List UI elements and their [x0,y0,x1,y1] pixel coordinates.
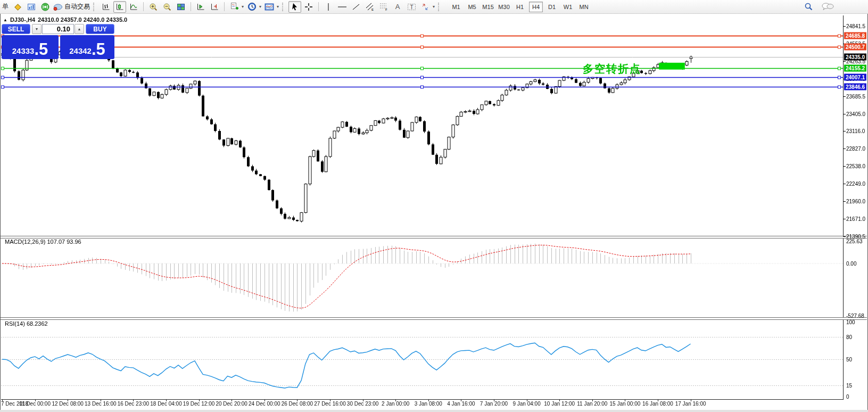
price-axis-tick [843,96,846,97]
periods-caret-icon[interactable]: ▾ [259,4,261,9]
time-axis-label: 7 Jan 20:00 [480,401,508,407]
add-indicator-icon[interactable] [228,1,241,13]
cursor-tool-icon[interactable] [288,1,301,13]
time-axis-label: 19 Dec 12:00 [183,401,215,407]
timeframe-m15[interactable]: M15 [481,2,495,12]
periods-icon[interactable] [245,1,258,13]
price-axis-label: 24841.5 [846,23,865,29]
timeframe-m1[interactable]: M1 [449,2,463,12]
symbol-arrow-icon: ▲ [3,18,7,22]
zoom-out-icon[interactable] [161,1,173,13]
search-icon[interactable] [802,1,815,12]
pane-splitter-macd[interactable] [1,236,867,238]
price-axis-border [843,15,844,400]
add-indicator-caret-icon[interactable]: ▾ [242,4,244,9]
macd-label: MACD(12,26,9) 107.07 93.96 [5,238,81,245]
navigator-icon[interactable] [25,1,38,13]
rsi-axis-label: 80 [846,334,852,340]
time-axis-label: 16 Jan 08:00 [642,401,673,407]
top-toolbar: 单 自动交易 ▾ ▾ ▾ [0,0,868,14]
chart-shift-icon[interactable] [208,1,221,13]
buy-price-int: 24342 [69,46,92,59]
line-chart-mode-icon[interactable] [127,1,140,13]
arrows-tool-icon[interactable] [419,1,432,13]
price-axis-tick [843,131,846,131]
toolbar-grip[interactable] [93,3,97,11]
price-axis-tick [843,26,846,27]
time-axis-label: 10 Jan 12:00 [544,401,575,407]
time-axis-label: 24 Dec 00:00 [249,401,280,407]
time-axis-border [1,399,843,400]
autotrading-button[interactable]: 自动交易 [53,1,90,13]
candlestick-mode-icon[interactable] [113,1,126,13]
svg-text:T: T [410,4,413,10]
timeframe-m5[interactable]: M5 [465,2,479,12]
time-axis-label: 18 Dec 04:00 [150,401,182,407]
trendline-tool-icon[interactable] [350,1,362,13]
templates-icon[interactable] [263,1,276,13]
macd-axis-label: 0.00 [846,261,856,267]
zoom-in-icon[interactable] [147,1,160,13]
bar-chart-mode-icon[interactable] [100,1,112,13]
rsi-axis-label: 100 [846,319,855,325]
svg-text:E: E [371,8,374,11]
time-axis-label: 9 Jan 04:00 [512,401,540,407]
svg-text:F: F [385,8,387,11]
macd-axis-label: 225.63 [846,238,863,244]
volume-input[interactable]: 0.10 [42,24,74,34]
time-axis-label: 13 Dec 16:00 [85,401,117,407]
horizontal-line-tool-icon[interactable] [336,1,349,13]
time-axis-label: 27 Dec 16:00 [314,401,346,407]
templates-caret-icon[interactable]: ▾ [277,4,279,9]
time-axis-label: 2 Jan 00:00 [382,401,409,407]
arrows-caret-icon[interactable]: ▾ [433,4,435,9]
chart-canvas[interactable] [0,0,868,412]
sell-price-box[interactable]: 24333.5 [2,35,59,59]
time-axis-label: 3 Jan 08:00 [415,401,442,407]
tile-windows-icon[interactable] [175,1,187,13]
price-level-badge: 23846.6 [844,83,866,90]
toolbar-grip[interactable] [282,3,286,11]
price-axis-label: 22249.0 [846,181,865,187]
price-level-badge: 24007.1 [844,73,866,80]
text-tool-icon[interactable]: A [391,1,404,13]
price-axis-label: 23405.0 [846,111,865,117]
timeframe-w1[interactable]: W1 [561,2,575,12]
price-axis-label: 22538.0 [846,163,865,169]
bull-bear-turning-point-annotation[interactable]: 多空转折点 [583,62,641,76]
signals-icon[interactable] [39,1,52,13]
new-order-button-partial[interactable]: 单 [2,2,9,11]
market-watch-icon[interactable] [11,1,24,13]
timeframe-h1[interactable]: H1 [513,2,527,12]
rsi-axis-label: 50 [846,357,852,362]
timeframe-m30[interactable]: M30 [497,2,511,12]
toolbar-grip[interactable] [438,3,442,11]
price-axis-label: 21671.0 [846,216,865,221]
auto-scroll-icon[interactable] [194,1,207,13]
price-level-badge: 24155.2 [844,64,866,71]
vertical-line-tool-icon[interactable] [322,1,335,13]
buy-button[interactable]: BUY [86,24,114,34]
time-axis-label: 12 Dec 08:00 [52,401,84,407]
price-axis-label: 21960.0 [846,199,865,204]
pane-splitter-rsi[interactable] [1,317,867,320]
chart-symbol-period: DJ30-,H4 [10,17,35,23]
price-axis-label: 23116.0 [846,128,865,134]
timeframe-mn[interactable]: MN [577,2,591,12]
fibonacci-tool-icon[interactable]: F [377,1,390,13]
timeframe-d1[interactable]: D1 [545,2,559,12]
chat-icon[interactable] [821,1,834,12]
buy-price-box[interactable]: 24342.5 [60,35,114,59]
volume-decrease-button[interactable]: ▼ [32,24,42,34]
equidistant-channel-tool-icon[interactable]: E [363,1,376,13]
crosshair-tool-icon[interactable] [302,1,315,13]
sell-button[interactable]: SELL [2,24,30,34]
price-axis-label: 22827.0 [846,146,865,152]
one-click-trading-panel: SELL ▼ 0.10 ▲ BUY 24333.5 24342.5 [2,24,114,59]
volume-increase-button[interactable]: ▲ [75,24,84,34]
timeframe-group: M1M5M15M30H1H4D1W1MN [448,2,592,12]
text-label-tool-icon[interactable]: T [405,1,418,13]
timeframe-h4[interactable]: H4 [529,2,543,12]
rsi-label: RSI(14) 68.2362 [5,320,48,327]
time-axis-label: 16 Dec 23:00 [118,401,150,407]
